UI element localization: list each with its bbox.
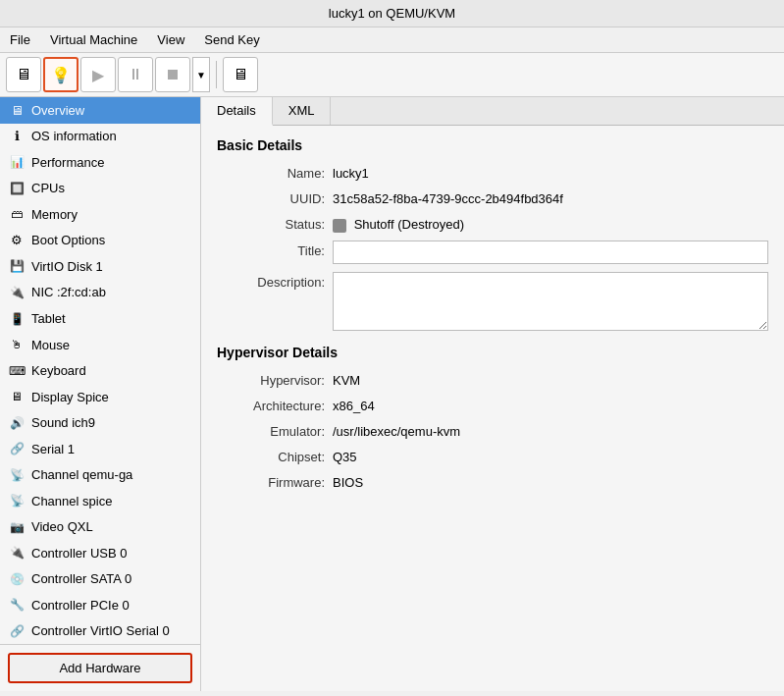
value-hypervisor: KVM: [333, 370, 768, 388]
monitor-icon: [8, 101, 26, 119]
disk-icon: [8, 257, 26, 275]
label-emulator: Emulator:: [217, 421, 325, 439]
value-name: lucky1: [333, 163, 768, 181]
sidebar-item-keyboard[interactable]: Keyboard: [0, 357, 200, 384]
label-uuid: UUID:: [217, 188, 325, 206]
toolbar: 🖥 💡 ▶ ⏸ ⏹ ▼ 🖥: [0, 53, 784, 97]
console-button[interactable]: 🖥: [223, 57, 258, 92]
sidebar-item-nic[interactable]: NIC :2f:cd:ab: [0, 280, 200, 306]
sidebar-item-sound-ich9[interactable]: Sound ich9: [0, 409, 200, 436]
show-vm-button[interactable]: 🖥: [6, 57, 41, 92]
tabs-bar: Details XML: [201, 97, 784, 126]
lightbulb-button[interactable]: 💡: [43, 57, 78, 92]
keyboard-icon: [8, 362, 26, 380]
detail-row-description: Description:: [217, 272, 768, 331]
detail-row-status: Status: Shutoff (Destroyed): [217, 214, 768, 233]
serial-icon: [8, 440, 26, 457]
sidebar-item-virtio-disk-1[interactable]: VirtIO Disk 1: [0, 253, 200, 280]
tablet-icon: [8, 310, 26, 328]
detail-row-chipset: Chipset: Q35: [217, 447, 768, 464]
monitor-icon: 🖥: [16, 66, 31, 83]
label-firmware: Firmware:: [217, 472, 325, 490]
label-status: Status:: [217, 214, 325, 232]
input-description[interactable]: [333, 272, 768, 331]
toolbar-separator: [216, 61, 217, 88]
sidebar-label-memory: Memory: [31, 207, 78, 222]
tab-xml[interactable]: XML: [273, 97, 332, 125]
sidebar-item-tablet[interactable]: Tablet: [0, 305, 200, 332]
sidebar-label-overview: Overview: [31, 103, 84, 118]
sidebar-item-mouse[interactable]: Mouse: [0, 332, 200, 358]
sidebar-label-tablet: Tablet: [31, 311, 66, 326]
ram-icon: [8, 205, 26, 223]
sidebar-item-display-spice[interactable]: Display Spice: [0, 384, 200, 410]
sidebar-item-controller-pcie-0[interactable]: Controller PCIe 0: [0, 592, 200, 618]
virtio-serial-icon: [8, 622, 26, 640]
channel-spice-icon: [8, 492, 26, 509]
sidebar-item-cpus[interactable]: CPUs: [0, 176, 200, 202]
detail-row-emulator: Emulator: /usr/libexec/qemu-kvm: [217, 421, 768, 439]
menu-virtual-machine[interactable]: Virtual Machine: [44, 30, 143, 49]
detail-row-uuid: UUID: 31c58a52-f8ba-4739-9ccc-2b494fbd36…: [217, 188, 768, 206]
sound-icon: [8, 414, 26, 432]
mouse-icon: [8, 336, 26, 353]
sidebar-label-controller-sata-0: Controller SATA 0: [31, 571, 131, 586]
sidebar-label-virtio-disk-1: VirtIO Disk 1: [31, 259, 103, 274]
boot-icon: [8, 232, 26, 249]
menu-file[interactable]: File: [4, 30, 36, 49]
hypervisor-details-title: Hypervisor Details: [217, 345, 768, 360]
play-button[interactable]: ▶: [80, 57, 116, 92]
sidebar-item-boot-options[interactable]: Boot Options: [0, 228, 200, 254]
detail-row-name: Name: lucky1: [217, 163, 768, 181]
stop-icon: ⏹: [165, 66, 181, 83]
tab-details[interactable]: Details: [201, 97, 273, 126]
status-icon: [333, 219, 346, 233]
sidebar-label-boot-options: Boot Options: [31, 233, 105, 247]
sidebar-item-memory[interactable]: Memory: [0, 201, 200, 228]
nic-icon: [8, 284, 26, 301]
video-qxl-icon: [8, 518, 26, 536]
menu-send-key[interactable]: Send Key: [198, 30, 265, 49]
add-hardware-button[interactable]: Add Hardware: [8, 653, 192, 683]
pause-button[interactable]: ⏸: [118, 57, 153, 92]
sidebar-item-overview[interactable]: Overview: [0, 97, 200, 124]
sidebar-bottom: Add Hardware: [0, 644, 200, 691]
sata-icon: [8, 570, 26, 588]
title-bar: lucky1 on QEMU/KVM: [0, 0, 784, 27]
sidebar-item-os-information[interactable]: OS information: [0, 124, 200, 150]
sidebar-item-performance[interactable]: Performance: [0, 149, 200, 176]
content-area: Details XML Basic Details Name: lucky1 U…: [201, 97, 784, 691]
tab-xml-label: XML: [288, 103, 315, 118]
sidebar-item-channel-qemu-ga[interactable]: Channel qemu-ga: [0, 461, 200, 488]
sidebar-item-controller-virtio-serial-0[interactable]: Controller VirtIO Serial 0: [0, 618, 200, 645]
menu-view[interactable]: View: [151, 30, 190, 49]
info-icon: [8, 128, 26, 145]
sidebar-item-video-qxl[interactable]: Video QXL: [0, 514, 200, 541]
detail-row-architecture: Architecture: x86_64: [217, 396, 768, 413]
value-architecture: x86_64: [333, 396, 768, 413]
sidebar-item-channel-spice[interactable]: Channel spice: [0, 488, 200, 514]
sidebar-label-serial-1: Serial 1: [31, 442, 75, 456]
label-chipset: Chipset:: [217, 447, 325, 464]
sidebar-label-cpus: CPUs: [31, 181, 65, 195]
sidebar-item-serial-1[interactable]: Serial 1: [0, 436, 200, 462]
detail-row-title: Title:: [217, 241, 768, 264]
sidebar-item-controller-sata-0[interactable]: Controller SATA 0: [0, 566, 200, 593]
label-name: Name:: [217, 163, 325, 181]
stop-button[interactable]: ⏹: [155, 57, 190, 92]
sidebar-item-controller-usb-0[interactable]: Controller USB 0: [0, 540, 200, 566]
basic-details-title: Basic Details: [217, 137, 768, 153]
tab-details-label: Details: [217, 103, 256, 118]
sidebar-label-controller-usb-0: Controller USB 0: [31, 546, 128, 561]
lightbulb-icon: 💡: [51, 66, 71, 84]
usb-icon: [8, 544, 26, 562]
input-title[interactable]: [333, 241, 768, 264]
power-dropdown-button[interactable]: ▼: [192, 57, 210, 92]
sidebar: Overview OS information Performance CPUs…: [0, 97, 201, 691]
label-title: Title:: [217, 241, 325, 258]
label-hypervisor: Hypervisor:: [217, 370, 325, 388]
value-firmware: BIOS: [333, 472, 768, 490]
channel-qemu-ga-icon: [8, 466, 26, 484]
menu-bar: File Virtual Machine View Send Key: [0, 27, 784, 53]
sidebar-label-keyboard: Keyboard: [31, 363, 86, 378]
